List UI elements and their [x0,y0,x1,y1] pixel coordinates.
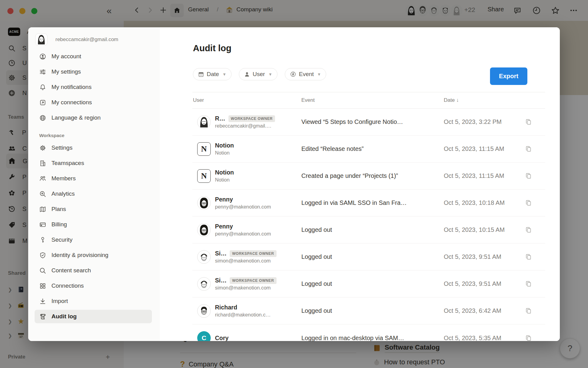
avatar [197,250,211,264]
copy-icon[interactable] [525,281,532,287]
settings-modal: rebeccamcakir@gmail.com My account My se… [28,27,560,341]
table-row[interactable]: N Notion Notion Edited “Release notes” O… [192,136,545,163]
building-icon [39,160,46,167]
nav-item-billing[interactable]: Billing [28,217,160,232]
lightning-circle-icon [290,71,296,77]
filter-event[interactable]: Event ▼ [285,68,326,80]
table-row[interactable]: Penny penny@makenotion.com Logged out Oc… [192,217,545,243]
nav-item-import[interactable]: Import [28,293,160,309]
nav-item-audit-log[interactable]: Audit log [28,309,160,324]
nav-item-settings[interactable]: Settings [28,140,160,155]
nav-item-members[interactable]: Members [28,171,160,186]
avatar: C [197,331,211,341]
header-event[interactable]: Event [301,97,444,103]
import-arrow-icon [39,298,46,305]
person-circle-icon [39,53,46,60]
nav-item-my-settings[interactable]: My settings [28,64,160,79]
avatar [197,115,211,129]
table-row[interactable]: Si…WORKSPACE OWNER simon@makenotion.com … [192,243,545,270]
map-icon [39,206,46,213]
filter-date[interactable]: Date ▼ [193,68,232,80]
nav-item-language-region[interactable]: Language & region [28,110,160,125]
filter-user[interactable]: User ▼ [239,68,277,80]
calendar-icon [198,71,204,77]
page-title: Audit log [193,43,232,53]
nav-item-connections[interactable]: Connections [28,278,160,293]
grid-icon [39,282,46,289]
notion-logo-avatar: N [197,169,211,183]
export-button[interactable]: Export [490,67,527,85]
header-date[interactable]: Date ↓ [444,97,545,103]
copy-icon[interactable] [525,308,532,314]
members-icon [39,175,46,182]
copy-icon[interactable] [525,200,532,206]
avatar [197,304,211,318]
chevron-down-icon: ▼ [268,72,272,77]
person-icon [244,71,250,77]
gear-icon [39,144,46,151]
copy-icon[interactable] [525,146,532,152]
table-row[interactable]: C Cory Logged in on mac-desktop via SAM…… [192,324,545,341]
account-avatar [35,33,47,46]
copy-icon[interactable] [525,227,532,233]
copy-icon[interactable] [525,335,532,341]
header-user[interactable]: User [192,97,301,103]
nav-item-my-connections[interactable]: My connections [28,95,160,110]
audit-log-panel: Audit log Date ▼ User ▼ Event ▼ Export U… [160,27,560,341]
nav-item-teamspaces[interactable]: Teamspaces [28,155,160,171]
workspace-owner-badge: WORKSPACE OWNER [230,250,277,257]
table-row[interactable]: R…WORKSPACE OWNER rebeccamcakir@gmail.… … [192,109,545,136]
nav-item-plans[interactable]: Plans [28,201,160,217]
sliders-icon [39,68,46,75]
account-email: rebeccamcakir@gmail.com [55,36,118,43]
avatar [197,277,211,291]
table-row[interactable]: N Notion Notion Created a page under “Pr… [192,163,545,190]
bell-icon [39,84,46,91]
nav-item-my-notifications[interactable]: My notifications [28,79,160,95]
shield-check-icon [39,252,46,259]
audit-table: User Event Date ↓ R…WORKSPACE OWNER rebe… [192,92,545,341]
copy-icon[interactable] [525,173,532,179]
workspace-owner-badge: WORKSPACE OWNER [230,277,277,284]
nav-item-analytics[interactable]: Analytics [28,186,160,201]
workspace-section-label: Workspace [39,133,160,138]
magnifier-plus-icon [39,190,46,197]
filter-chips: Date ▼ User ▼ Event ▼ [193,68,326,80]
avatar [197,196,211,210]
chevron-down-icon: ▼ [222,72,226,77]
table-row[interactable]: Richard richard@makenotion.c… Logged out… [192,297,545,324]
settings-nav: rebeccamcakir@gmail.com My account My se… [28,27,160,341]
copy-icon[interactable] [525,254,532,260]
account-header: rebeccamcakir@gmail.com [28,32,160,49]
chevron-down-icon: ▼ [317,72,321,77]
notion-logo-avatar: N [197,142,211,156]
audit-log-scroll-icon [39,313,46,320]
credit-card-icon [39,221,46,228]
table-row[interactable]: Penny penny@makenotion.com Logged in via… [192,190,545,217]
avatar [197,223,211,237]
arrow-out-box-icon [39,99,46,106]
copy-icon[interactable] [525,119,532,125]
nav-item-content-search[interactable]: Content search [28,263,160,278]
nav-item-identity-provisioning[interactable]: Identity & provisioning [28,247,160,263]
nav-item-my-account[interactable]: My account [28,49,160,64]
workspace-owner-badge: WORKSPACE OWNER [228,115,275,122]
search-icon [39,267,46,274]
globe-icon [39,114,46,121]
table-row[interactable]: Si…WORKSPACE OWNER simon@makenotion.com … [192,270,545,297]
key-icon [39,236,46,243]
nav-item-security[interactable]: Security [28,232,160,247]
table-header: User Event Date ↓ [192,92,545,109]
sort-desc-icon: ↓ [456,97,459,103]
